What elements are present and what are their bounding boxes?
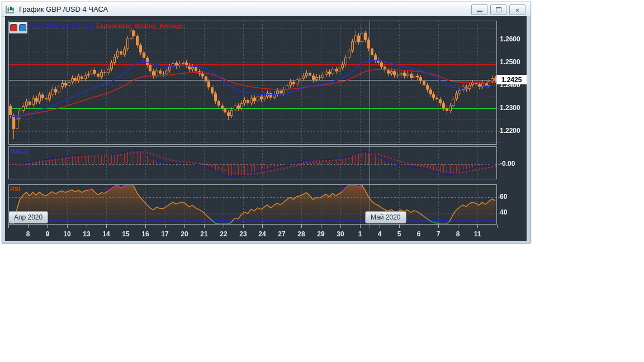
price-tick-label: 1.2200 xyxy=(500,127,520,135)
indicator-red-chip[interactable] xyxy=(10,24,17,31)
title-bar[interactable]: График GBP /USD 4 ЧАСА × xyxy=(2,2,531,17)
rsi-tick-label: 60 xyxy=(500,193,507,201)
date-tick-label: 14 xyxy=(98,230,115,238)
window-title: График GBP /USD 4 ЧАСА xyxy=(19,5,108,13)
date-tick-label: 9 xyxy=(39,230,56,238)
date-tick-label: 17 xyxy=(157,230,173,238)
date-tick-label: 29 xyxy=(312,230,329,238)
date-tick-label: 8 xyxy=(449,230,466,238)
date-tick-label: 16 xyxy=(137,230,154,238)
desktop: { "window": { "title": "График GBP /USD … xyxy=(0,0,644,362)
date-tick-label: 5 xyxy=(391,230,408,238)
ema-fast-legend-label[interactable]: ential_Moving_Average xyxy=(27,22,95,29)
date-tick-label: 30 xyxy=(332,230,349,238)
indicator-chips-box xyxy=(9,22,27,34)
date-tick-label: 6 xyxy=(410,230,427,238)
window-controls: × xyxy=(471,4,525,15)
macd-axis-label: -0.00 xyxy=(500,160,515,168)
macd-panel-label: MACD xyxy=(10,148,29,155)
date-tick-label: 15 xyxy=(117,230,134,238)
date-tick-label: 11 xyxy=(469,230,486,238)
rsi-panel-label: RSI xyxy=(10,185,20,192)
price-chart-canvas[interactable] xyxy=(5,16,527,241)
month-marker-april[interactable]: Апр 2020 xyxy=(8,211,48,223)
month-marker-may-label: Май 2020 xyxy=(371,213,401,221)
close-button[interactable]: × xyxy=(509,4,525,15)
close-icon: × xyxy=(515,7,519,13)
price-tick-label: 1.2500 xyxy=(500,58,520,66)
date-tick-label: 23 xyxy=(235,230,252,238)
date-tick-label: 20 xyxy=(176,230,193,238)
date-tick-label: 10 xyxy=(59,230,75,238)
date-tick-label: 24 xyxy=(254,230,271,238)
ema-slow-legend-label[interactable]: Exponential_Moving_Average xyxy=(96,22,183,29)
vertical-scrollbar[interactable] xyxy=(527,16,531,243)
current-price-label: 1.2425 xyxy=(496,75,527,84)
candlestick-chart-icon xyxy=(5,5,15,14)
restore-button[interactable] xyxy=(490,4,506,15)
price-tick-label: 1.2600 xyxy=(500,35,520,43)
date-tick-label: 13 xyxy=(78,230,95,238)
date-tick-label: 8 xyxy=(20,230,36,238)
rsi-tick-label: 40 xyxy=(500,208,507,216)
minimize-icon xyxy=(477,11,482,12)
date-tick-label: 4 xyxy=(371,230,388,238)
month-marker-may[interactable]: Май 2020 xyxy=(365,211,406,223)
month-marker-april-label: Апр 2020 xyxy=(14,213,42,221)
indicator-blue-chip[interactable] xyxy=(19,24,26,31)
date-tick-label: 7 xyxy=(430,230,447,238)
date-tick-label: 28 xyxy=(293,230,310,238)
date-tick-label: 21 xyxy=(196,230,212,238)
restore-icon xyxy=(496,7,501,12)
date-tick-label: 27 xyxy=(273,230,290,238)
chart-client-area: ential_Moving_Average Exponential_Moving… xyxy=(5,16,527,241)
date-tick-label: 1 xyxy=(352,230,368,238)
chart-window: График GBP /USD 4 ЧАСА × ential_Moving_A… xyxy=(2,2,531,244)
price-tick-label: 1.2300 xyxy=(500,104,520,112)
minimize-button[interactable] xyxy=(471,4,487,15)
date-tick-label: 22 xyxy=(215,230,232,238)
